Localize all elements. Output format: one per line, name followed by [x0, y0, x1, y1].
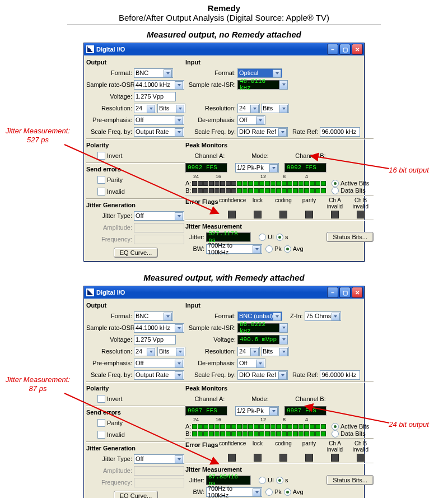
- minimize-button[interactable]: –: [327, 44, 338, 55]
- chevron-down-icon: [175, 324, 183, 333]
- avg-radio[interactable]: Avg: [284, 245, 304, 253]
- input-resolution-combo[interactable]: 24: [237, 347, 260, 356]
- ef-confidence: confidence: [219, 197, 246, 203]
- in-scalefreq-label: Scale Freq. by:: [185, 128, 237, 135]
- deemph-combo[interactable]: Off: [237, 359, 265, 368]
- rateref-field[interactable]: 96.0000 kHz: [320, 370, 360, 380]
- lamp-icon: [331, 211, 339, 218]
- input-format-combo[interactable]: BNC (unbal): [237, 311, 282, 321]
- minimize-button[interactable]: –: [327, 287, 338, 298]
- parity-checkbox[interactable]: Parity: [97, 419, 123, 427]
- input-resolution-combo[interactable]: 24: [237, 104, 260, 113]
- chevron-down-icon: [176, 105, 184, 113]
- scalefreq-combo[interactable]: Output Rate: [134, 370, 184, 380]
- close-button[interactable]: ✕: [352, 287, 363, 298]
- amplitude-label: Amplitude:: [86, 224, 134, 231]
- jitter-type-label: Jitter Type:: [86, 455, 134, 462]
- lamp-icon: [254, 211, 262, 218]
- preemph-combo[interactable]: Off: [134, 359, 184, 368]
- input-resolution-unit-combo[interactable]: Bits: [261, 347, 289, 356]
- chevron-down-icon: [176, 348, 184, 356]
- in-scalefreq-combo[interactable]: DIO Rate Ref: [237, 370, 288, 380]
- errorflags-label: Error Flags: [185, 440, 219, 462]
- output-voltage-field[interactable]: 1.275 Vpp: [134, 92, 176, 101]
- chA-label: Channel A:: [185, 152, 236, 159]
- data-bits-radio[interactable]: Data Bits: [332, 187, 366, 194]
- mode-label: Mode:: [236, 395, 286, 402]
- rateref-field[interactable]: 96.0000 kHz: [320, 127, 360, 137]
- mode-combo[interactable]: 1/2 Pk-Pk: [235, 163, 279, 173]
- in-format-label: Format:: [185, 313, 237, 319]
- ui-radio[interactable]: UI: [259, 477, 274, 484]
- active-bits-radio[interactable]: Active Bits: [332, 180, 369, 187]
- chevron-down-icon[interactable]: [279, 335, 288, 345]
- preemph-combo[interactable]: Off: [134, 115, 184, 125]
- invalid-checkbox[interactable]: Invalid: [97, 188, 125, 196]
- avg-radio[interactable]: Avg: [284, 488, 304, 496]
- chA-readout: 9992 FFS: [185, 163, 227, 173]
- window2: Digital I/O – ▢ ✕ Output Format:BNC Samp…: [83, 286, 365, 498]
- invert-checkbox[interactable]: Invert: [97, 395, 123, 403]
- output-voltage-field[interactable]: 1.275 Vpp: [134, 335, 176, 345]
- annotation-right: 24 bit output: [375, 420, 442, 429]
- eq-curve-button[interactable]: EQ Curve...: [114, 491, 158, 498]
- bw-combo[interactable]: 700Hz to 100kHz: [206, 244, 262, 254]
- data-bits-radio[interactable]: Data Bits: [332, 430, 366, 438]
- output-resolution-combo[interactable]: 24: [134, 347, 156, 356]
- chevron-down-icon[interactable]: [279, 323, 288, 333]
- window1: Digital I/O – ▢ ✕ Output Format: BNC Sam…: [83, 43, 365, 262]
- tick-12: 12: [260, 417, 283, 422]
- eq-curve-button[interactable]: EQ Curve...: [114, 248, 158, 258]
- mode-combo[interactable]: 1/2 Pk-Pk: [235, 406, 279, 416]
- output-format-combo[interactable]: BNC: [134, 311, 173, 321]
- tick-24: 24: [193, 174, 216, 179]
- maximize-button[interactable]: ▢: [339, 44, 351, 55]
- active-bits-radio[interactable]: Active Bits: [332, 423, 369, 430]
- zin-combo[interactable]: 75 Ohms: [305, 311, 341, 321]
- input-format-combo[interactable]: Optical: [237, 68, 282, 78]
- chevron-down-icon: [273, 313, 281, 321]
- page-title: Remedy: [0, 3, 448, 13]
- chevron-down-icon: [279, 348, 288, 356]
- status-bits-button[interactable]: Status Bits...: [326, 475, 374, 485]
- pk-radio[interactable]: Pk: [265, 245, 282, 253]
- close-button[interactable]: ✕: [352, 44, 363, 55]
- jitter-type-combo[interactable]: Off: [134, 454, 184, 464]
- jitter-type-combo[interactable]: Off: [134, 211, 184, 221]
- parity-checkbox[interactable]: Parity: [97, 176, 123, 184]
- peakmon-group-label: Peak Monitors: [185, 141, 374, 150]
- lamp-icon: [228, 211, 236, 218]
- tick-8: 8: [283, 417, 305, 422]
- frequency-field: [134, 235, 184, 244]
- deemph-combo[interactable]: Off: [237, 115, 265, 125]
- chB-readout: 9987 FFS: [284, 406, 326, 416]
- s-radio[interactable]: s: [276, 477, 288, 484]
- output-resolution-unit-combo[interactable]: Bits: [157, 104, 185, 113]
- in-scalefreq-combo[interactable]: DIO Rate Ref: [237, 127, 288, 137]
- titlebar2[interactable]: Digital I/O – ▢ ✕: [84, 286, 364, 299]
- output-sample-rate-combo[interactable]: 44.1000 kHz: [134, 323, 184, 333]
- s-radio[interactable]: s: [276, 234, 288, 241]
- output-format-combo[interactable]: BNC: [134, 68, 173, 78]
- pk-radio[interactable]: Pk: [265, 488, 282, 496]
- ui-radio[interactable]: UI: [259, 234, 274, 241]
- lamp-icon: [279, 211, 287, 218]
- output-resolution-combo[interactable]: 24: [134, 104, 156, 113]
- bitbar-B: [192, 188, 326, 193]
- maximize-button[interactable]: ▢: [339, 287, 351, 298]
- jitter-label: Jitter:: [185, 477, 206, 483]
- input-sample-rate-readout: 48.0116 kHz: [237, 80, 279, 90]
- invert-checkbox[interactable]: Invert: [97, 152, 123, 160]
- bw-combo[interactable]: 700Hz to 100kHz: [206, 487, 262, 497]
- jitter-readout: 527.1178 ps: [206, 232, 251, 242]
- status-bits-button[interactable]: Status Bits...: [326, 232, 374, 242]
- titlebar1[interactable]: Digital I/O – ▢ ✕: [84, 43, 364, 55]
- invalid-checkbox[interactable]: Invalid: [97, 431, 125, 439]
- input-resolution-unit-combo[interactable]: Bits: [261, 104, 289, 113]
- lamp-icon: [305, 454, 313, 462]
- output-sample-rate-combo[interactable]: 44.1000 kHz: [134, 80, 184, 90]
- bw-label: BW:: [185, 488, 206, 495]
- chevron-down-icon[interactable]: [279, 80, 288, 90]
- output-resolution-unit-combo[interactable]: Bits: [157, 347, 185, 356]
- scalefreq-combo[interactable]: Output Rate: [134, 127, 184, 137]
